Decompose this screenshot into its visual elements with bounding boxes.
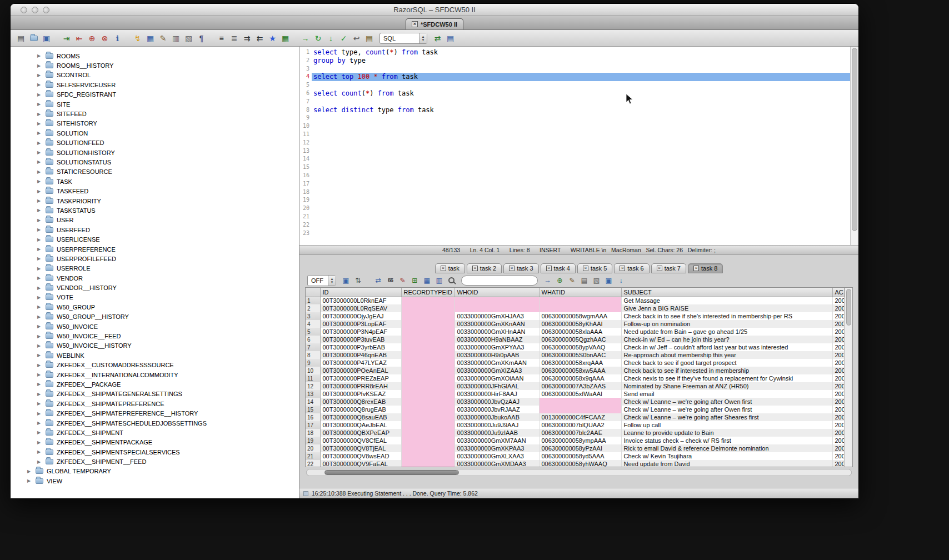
cell-subject[interactable]: Need update from Bain – gave go ahead 1/… (621, 328, 832, 336)
tree-item-sitehistory[interactable]: ▶SITEHISTORY (11, 119, 299, 128)
cell-recordtypeid[interactable] (401, 320, 454, 328)
query-builder-icon[interactable]: ▦ (144, 32, 156, 44)
cell-whoid[interactable] (454, 304, 539, 312)
tree-item-rooms-history[interactable]: ▶ROOMS__HISTORY (11, 61, 299, 70)
cell-id[interactable]: 00T3000000P47LYEAZ (320, 359, 401, 367)
table-row[interactable]: 300T3000000OjyJgEAJ0033000000GmXHJAA3006… (306, 312, 845, 320)
cell-whoid[interactable]: 0033000000GmXHnAAN (454, 328, 539, 336)
table-row[interactable]: 200T3000000L0RqSEAVGive Jenn a BIG RAISE… (306, 304, 845, 312)
tree-item-userpreference[interactable]: ▶USERPREFERENCE (11, 244, 299, 254)
disclosure-triangle-icon[interactable]: ▶ (37, 112, 42, 117)
editor-code-area[interactable]: select type, count(*) from taskgroup by … (312, 47, 850, 245)
cell-subject[interactable]: Rick to email David & reference Delmonte… (621, 444, 832, 452)
tree-item-taskpriority[interactable]: ▶TASKPRIORITY (11, 196, 299, 206)
tab-close-icon[interactable]: × (657, 266, 662, 271)
cell-whoid[interactable]: 0033000000H9aNBAAZ (454, 336, 539, 343)
grid-hscroll-thumb[interactable] (324, 470, 459, 475)
align-sql-icon[interactable]: ≣ (228, 32, 240, 44)
import-data-icon[interactable]: ⇥ (61, 32, 72, 44)
tree-item-site[interactable]: ▶SITE (11, 99, 299, 109)
quote-values-icon[interactable]: 66 (385, 275, 396, 286)
disclosure-triangle-icon[interactable]: ▶ (37, 73, 42, 78)
grid-scroll-thumb[interactable] (846, 289, 851, 326)
cell-id[interactable]: 00T3000000QV9FaEAL (320, 460, 401, 467)
table-row[interactable]: 400T3000000P3LopEAF0033000000GmXKnAAN006… (306, 320, 845, 328)
table-row[interactable]: 1000T3000000POeAnEAL0033000000GmXIZAA300… (306, 367, 845, 374)
result-tab-task-7[interactable]: ×task 7 (651, 263, 686, 273)
connections-icon[interactable]: ⇄ (432, 32, 443, 44)
tree-item-zkfedex-package[interactable]: ▶ZKFEDEX__PACKAGE (11, 379, 299, 389)
disclosure-triangle-icon[interactable]: ▶ (37, 363, 42, 368)
save-results-icon[interactable]: ▣ (341, 275, 351, 286)
cell-subject[interactable]: Check w/ Leanne – we're going after Owen… (621, 398, 832, 406)
cell-ac[interactable]: 200 (832, 460, 845, 467)
cell-id[interactable]: 00T3000000PREZaEAP (320, 374, 401, 382)
cell-ac[interactable]: 200 (832, 444, 845, 452)
cell-subject[interactable]: Send email (621, 390, 832, 398)
editor-line[interactable] (312, 180, 850, 188)
editor-line[interactable]: select distinct type from task (312, 106, 850, 114)
tab-close-icon[interactable]: × (693, 266, 699, 271)
column-header-ac[interactable]: AC (832, 288, 845, 297)
table-row[interactable]: 1800T3000000QBXPeEAP0033000000Ju9zIAAB00… (306, 429, 845, 437)
execute-sql-icon[interactable]: ↯ (132, 32, 143, 44)
tree-item-sfdc-registrant[interactable]: ▶SFDC_REGISTRANT (11, 90, 299, 99)
disclosure-triangle-icon[interactable]: ▶ (37, 227, 42, 232)
cell-whatid[interactable]: 006300000058ypVAAQ (539, 343, 621, 351)
format-sql-icon[interactable]: ≡ (216, 32, 227, 44)
cell-whatid[interactable]: 006300000058yKhAAI (539, 320, 621, 328)
editor-line[interactable] (312, 139, 850, 147)
result-tab-task-4[interactable]: ×task 4 (541, 263, 576, 273)
cell-whoid[interactable]: 0033000000GmXOiAAN (454, 374, 539, 382)
cell-id[interactable]: 00T3000000L0RknEAF (320, 297, 401, 304)
tree-item-user[interactable]: ▶USER (11, 216, 299, 225)
add-filter-icon[interactable]: ⊕ (555, 275, 565, 286)
cancel-edit-icon[interactable]: ✎ (397, 275, 408, 286)
cell-whoid[interactable]: 0033000000GmXIZAA3 (454, 367, 539, 374)
disclosure-triangle-icon[interactable]: ▶ (37, 411, 42, 416)
fetch-all-icon[interactable]: ↓ (325, 32, 337, 44)
disclosure-triangle-icon[interactable]: ▶ (37, 304, 42, 309)
editor-line[interactable]: select count(*) from task (312, 89, 850, 98)
editor-line[interactable] (312, 155, 850, 163)
editor-line[interactable] (312, 114, 850, 122)
cell-id[interactable]: 00T3000000QV8CfEAL (320, 437, 401, 444)
cell-id[interactable]: 00T3000000P3yrbEAB (320, 343, 401, 351)
disclosure-triangle-icon[interactable]: ▶ (27, 478, 32, 483)
tree-item-zkfedex-shipmatepreference[interactable]: ▶ZKFEDEX__SHIPMATEPREFERENCE (11, 399, 299, 408)
table-row[interactable]: 1100T3000000PREZaEAP0033000000GmXOiAAN00… (306, 374, 845, 382)
cell-recordtypeid[interactable] (401, 429, 454, 437)
cell-subject[interactable]: Check w/ Leanne – we're going after Owen… (621, 406, 832, 413)
disclosure-triangle-icon[interactable]: ▶ (37, 276, 42, 281)
cell-id[interactable]: 00T3000000POeAnEAL (320, 367, 401, 374)
new-file-icon[interactable]: ▤ (15, 32, 27, 44)
result-tab-task-5[interactable]: ×task 5 (577, 263, 612, 273)
table-row[interactable]: 2200T3000000QV9FaEAL0033000000GmXMDAA300… (306, 460, 845, 467)
open-file-icon[interactable] (28, 32, 39, 44)
table-row[interactable]: 1400T3000000Q8rexEAB0033000000JbvQzAAJCh… (306, 398, 845, 406)
tree-item-userrole[interactable]: ▶USERROLE (11, 264, 299, 273)
column-header-recordtypeid[interactable]: RECORDTYPEID (401, 288, 454, 297)
disclosure-triangle-icon[interactable]: ▶ (37, 247, 42, 252)
cell-whatid[interactable]: 00630000005S0bnAAC (539, 351, 621, 359)
column-header-whoid[interactable]: WHOID (454, 288, 539, 297)
auto-commit-select[interactable]: OFF ▲▼ (307, 275, 336, 286)
favorites-icon[interactable]: ★ (267, 32, 278, 44)
disclosure-triangle-icon[interactable]: ▶ (37, 179, 42, 184)
disclosure-triangle-icon[interactable]: ▶ (37, 63, 42, 68)
cell-recordtypeid[interactable] (401, 374, 454, 382)
tree-item-zkfedex-shipmentspecialservices[interactable]: ▶ZKFEDEX__SHIPMENTSPECIALSERVICES (11, 447, 299, 457)
cell-whatid[interactable] (539, 398, 621, 406)
tree-item-staticresource[interactable]: ▶STATICRESOURCE (11, 167, 299, 177)
disclosure-triangle-icon[interactable]: ▶ (37, 102, 42, 107)
refresh-results-icon[interactable]: ⇄ (373, 275, 383, 286)
cell-recordtypeid[interactable] (401, 390, 454, 398)
cell-ac[interactable]: 200 (832, 367, 845, 374)
disclosure-triangle-icon[interactable]: ▶ (37, 295, 42, 300)
editor-line[interactable] (312, 122, 850, 131)
tree-item-w50-group-history[interactable]: ▶W50_GROUP__HISTORY (11, 312, 299, 322)
disclosure-triangle-icon[interactable]: ▶ (37, 218, 42, 223)
table-row[interactable]: 2000T3000000QV8TjEAL0033000000GmXKPAA300… (306, 444, 845, 452)
document-tab[interactable]: × *SFDCW50 II (406, 18, 463, 29)
table-row[interactable]: 1500T3000000Q8rugEAB0033000000JbvRJAAZCh… (306, 406, 845, 413)
